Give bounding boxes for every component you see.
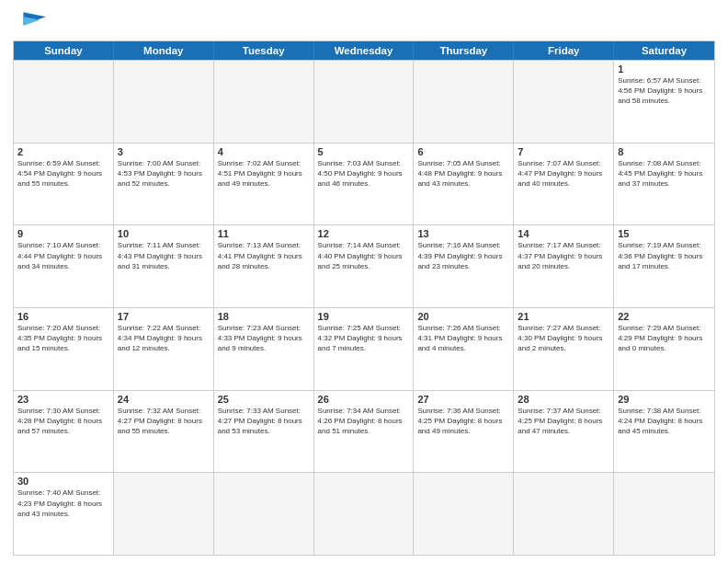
day-cell-empty-5-1 bbox=[114, 473, 214, 555]
day-cell-empty-5-2 bbox=[214, 473, 314, 555]
day-number: 20 bbox=[417, 311, 509, 322]
day-cell-14: 14Sunrise: 7:17 AM Sunset: 4:37 PM Dayli… bbox=[514, 225, 614, 307]
day-number: 1 bbox=[618, 63, 711, 75]
day-cell-empty-5-5 bbox=[514, 473, 614, 555]
logo bbox=[13, 9, 50, 35]
day-number: 30 bbox=[17, 476, 109, 487]
day-cell-empty-0-4 bbox=[414, 61, 514, 143]
calendar-body: 1Sunrise: 6:57 AM Sunset: 4:56 PM Daylig… bbox=[14, 60, 714, 555]
day-info: Sunrise: 7:10 AM Sunset: 4:44 PM Dayligh… bbox=[17, 240, 109, 271]
day-info: Sunrise: 7:07 AM Sunset: 4:47 PM Dayligh… bbox=[518, 158, 609, 190]
weekday-header-wednesday: Wednesday bbox=[314, 41, 415, 60]
day-cell-1: 1Sunrise: 6:57 AM Sunset: 4:56 PM Daylig… bbox=[614, 61, 714, 143]
day-cell-3: 3Sunrise: 7:00 AM Sunset: 4:53 PM Daylig… bbox=[114, 144, 214, 225]
day-number: 21 bbox=[518, 311, 609, 322]
day-number: 17 bbox=[118, 311, 210, 322]
day-cell-15: 15Sunrise: 7:19 AM Sunset: 4:36 PM Dayli… bbox=[614, 225, 714, 307]
day-number: 6 bbox=[417, 146, 509, 157]
day-number: 14 bbox=[518, 228, 609, 239]
day-cell-20: 20Sunrise: 7:26 AM Sunset: 4:31 PM Dayli… bbox=[414, 308, 514, 390]
day-info: Sunrise: 7:16 AM Sunset: 4:39 PM Dayligh… bbox=[417, 240, 509, 271]
day-info: Sunrise: 7:36 AM Sunset: 4:25 PM Dayligh… bbox=[417, 406, 509, 437]
day-cell-25: 25Sunrise: 7:33 AM Sunset: 4:27 PM Dayli… bbox=[214, 391, 314, 473]
weekday-header-friday: Friday bbox=[514, 41, 614, 60]
day-cell-29: 29Sunrise: 7:38 AM Sunset: 4:24 PM Dayli… bbox=[614, 391, 714, 473]
day-number: 25 bbox=[218, 394, 310, 405]
day-cell-22: 22Sunrise: 7:29 AM Sunset: 4:29 PM Dayli… bbox=[614, 308, 714, 390]
weekday-header-monday: Monday bbox=[114, 41, 214, 60]
day-cell-26: 26Sunrise: 7:34 AM Sunset: 4:26 PM Dayli… bbox=[314, 391, 415, 473]
day-cell-23: 23Sunrise: 7:30 AM Sunset: 4:28 PM Dayli… bbox=[14, 391, 114, 473]
day-cell-empty-0-0 bbox=[14, 61, 114, 143]
day-cell-6: 6Sunrise: 7:05 AM Sunset: 4:48 PM Daylig… bbox=[414, 144, 514, 225]
weekday-header-saturday: Saturday bbox=[614, 41, 714, 60]
day-number: 27 bbox=[417, 394, 509, 405]
day-cell-empty-5-3 bbox=[314, 473, 415, 555]
day-info: Sunrise: 7:30 AM Sunset: 4:28 PM Dayligh… bbox=[17, 406, 109, 437]
day-info: Sunrise: 7:20 AM Sunset: 4:35 PM Dayligh… bbox=[17, 323, 109, 354]
header bbox=[13, 9, 715, 35]
day-number: 5 bbox=[318, 146, 410, 157]
day-cell-28: 28Sunrise: 7:37 AM Sunset: 4:25 PM Dayli… bbox=[514, 391, 614, 473]
day-number: 19 bbox=[318, 311, 410, 322]
day-cell-5: 5Sunrise: 7:03 AM Sunset: 4:50 PM Daylig… bbox=[314, 144, 415, 225]
day-number: 4 bbox=[218, 146, 310, 157]
day-number: 13 bbox=[417, 228, 509, 239]
day-info: Sunrise: 7:25 AM Sunset: 4:32 PM Dayligh… bbox=[318, 323, 410, 354]
day-cell-empty-5-6 bbox=[614, 473, 714, 555]
calendar-row-4: 23Sunrise: 7:30 AM Sunset: 4:28 PM Dayli… bbox=[14, 390, 714, 473]
day-number: 10 bbox=[118, 228, 210, 239]
day-info: Sunrise: 7:00 AM Sunset: 4:53 PM Dayligh… bbox=[118, 158, 210, 190]
day-number: 11 bbox=[218, 228, 310, 239]
day-cell-2: 2Sunrise: 6:59 AM Sunset: 4:54 PM Daylig… bbox=[14, 144, 114, 225]
day-cell-empty-0-5 bbox=[514, 61, 614, 143]
day-cell-30: 30Sunrise: 7:40 AM Sunset: 4:23 PM Dayli… bbox=[14, 473, 114, 555]
day-cell-11: 11Sunrise: 7:13 AM Sunset: 4:41 PM Dayli… bbox=[214, 225, 314, 307]
day-cell-21: 21Sunrise: 7:27 AM Sunset: 4:30 PM Dayli… bbox=[514, 308, 614, 390]
page: SundayMondayTuesdayWednesdayThursdayFrid… bbox=[0, 0, 728, 563]
day-cell-8: 8Sunrise: 7:08 AM Sunset: 4:45 PM Daylig… bbox=[614, 144, 714, 225]
day-info: Sunrise: 7:33 AM Sunset: 4:27 PM Dayligh… bbox=[218, 406, 310, 437]
day-number: 24 bbox=[118, 394, 210, 405]
day-number: 15 bbox=[618, 228, 711, 239]
day-cell-empty-0-2 bbox=[214, 61, 314, 143]
day-cell-12: 12Sunrise: 7:14 AM Sunset: 4:40 PM Dayli… bbox=[314, 225, 415, 307]
day-info: Sunrise: 7:17 AM Sunset: 4:37 PM Dayligh… bbox=[518, 240, 609, 271]
generalblue-icon bbox=[13, 9, 46, 35]
day-number: 8 bbox=[618, 146, 711, 157]
day-info: Sunrise: 7:14 AM Sunset: 4:40 PM Dayligh… bbox=[318, 240, 410, 271]
day-number: 22 bbox=[618, 311, 711, 322]
day-info: Sunrise: 6:59 AM Sunset: 4:54 PM Dayligh… bbox=[17, 158, 109, 190]
day-cell-16: 16Sunrise: 7:20 AM Sunset: 4:35 PM Dayli… bbox=[14, 308, 114, 390]
day-number: 3 bbox=[118, 146, 210, 157]
day-info: Sunrise: 7:05 AM Sunset: 4:48 PM Dayligh… bbox=[417, 158, 509, 190]
day-cell-empty-5-4 bbox=[414, 473, 514, 555]
day-info: Sunrise: 7:02 AM Sunset: 4:51 PM Dayligh… bbox=[218, 158, 310, 190]
day-info: Sunrise: 7:32 AM Sunset: 4:27 PM Dayligh… bbox=[118, 406, 210, 437]
calendar-row-0: 1Sunrise: 6:57 AM Sunset: 4:56 PM Daylig… bbox=[14, 60, 714, 143]
day-info: Sunrise: 7:13 AM Sunset: 4:41 PM Dayligh… bbox=[218, 240, 310, 271]
day-cell-10: 10Sunrise: 7:11 AM Sunset: 4:43 PM Dayli… bbox=[114, 225, 214, 307]
weekday-header-sunday: Sunday bbox=[14, 41, 114, 60]
day-info: Sunrise: 7:08 AM Sunset: 4:45 PM Dayligh… bbox=[618, 158, 711, 190]
day-info: Sunrise: 7:03 AM Sunset: 4:50 PM Dayligh… bbox=[318, 158, 410, 190]
calendar-row-5: 30Sunrise: 7:40 AM Sunset: 4:23 PM Dayli… bbox=[14, 472, 714, 555]
calendar-row-1: 2Sunrise: 6:59 AM Sunset: 4:54 PM Daylig… bbox=[14, 143, 714, 225]
day-number: 29 bbox=[618, 394, 711, 405]
day-info: Sunrise: 7:38 AM Sunset: 4:24 PM Dayligh… bbox=[618, 406, 711, 437]
day-info: Sunrise: 7:40 AM Sunset: 4:23 PM Dayligh… bbox=[17, 488, 109, 519]
day-info: Sunrise: 7:27 AM Sunset: 4:30 PM Dayligh… bbox=[518, 323, 609, 354]
day-number: 26 bbox=[318, 394, 410, 405]
day-number: 12 bbox=[318, 228, 410, 239]
day-info: Sunrise: 7:19 AM Sunset: 4:36 PM Dayligh… bbox=[618, 240, 711, 271]
day-info: Sunrise: 7:29 AM Sunset: 4:29 PM Dayligh… bbox=[618, 323, 711, 354]
day-cell-27: 27Sunrise: 7:36 AM Sunset: 4:25 PM Dayli… bbox=[414, 391, 514, 473]
day-cell-empty-0-1 bbox=[114, 61, 214, 143]
day-info: Sunrise: 7:23 AM Sunset: 4:33 PM Dayligh… bbox=[218, 323, 310, 354]
calendar-row-2: 9Sunrise: 7:10 AM Sunset: 4:44 PM Daylig… bbox=[14, 224, 714, 307]
day-info: Sunrise: 7:37 AM Sunset: 4:25 PM Dayligh… bbox=[518, 406, 609, 437]
day-number: 16 bbox=[17, 311, 109, 322]
day-info: Sunrise: 7:34 AM Sunset: 4:26 PM Dayligh… bbox=[318, 406, 410, 437]
day-cell-empty-0-3 bbox=[314, 61, 415, 143]
day-info: Sunrise: 7:26 AM Sunset: 4:31 PM Dayligh… bbox=[417, 323, 509, 354]
